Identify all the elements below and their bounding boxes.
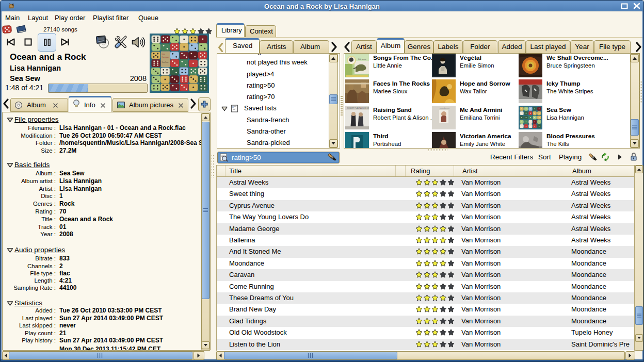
svg-text:little annie: little annie bbox=[358, 58, 366, 60]
svg-text:Hannigan: Hannigan bbox=[162, 56, 169, 58]
svg-text:me and armini: me and armini bbox=[440, 107, 449, 109]
svg-text:Sea Sew: Sea Sew bbox=[162, 61, 169, 63]
svg-text:ROBERT PLANT ALISON KRAUSS: ROBERT PLANT ALISON KRAUSS bbox=[347, 107, 369, 109]
svg-text:Lisa: Lisa bbox=[162, 53, 165, 55]
